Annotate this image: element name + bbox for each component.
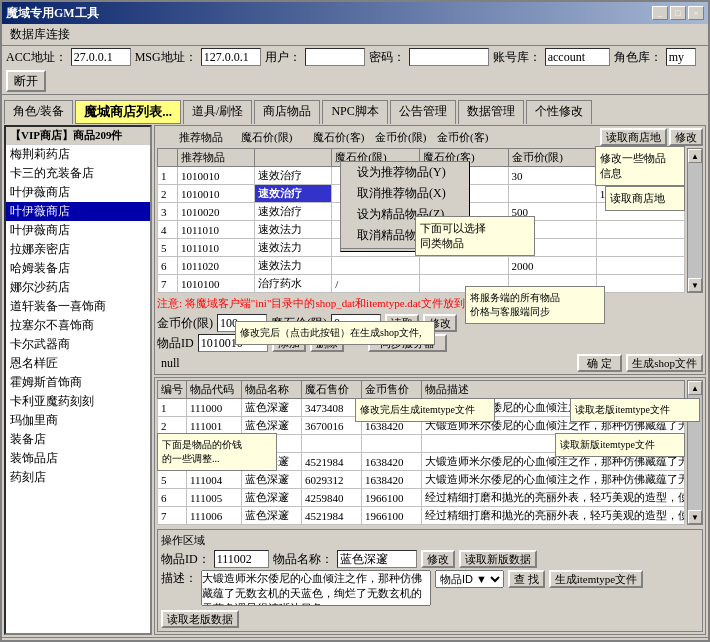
tooltip-price-adjust-text: 下面是物品的价钱的一些调整...: [162, 439, 242, 464]
op-modify-button[interactable]: 修改: [421, 550, 455, 568]
op-item-name-label: 物品名称：: [273, 551, 333, 568]
tab-shop-items[interactable]: 商店物品: [254, 100, 320, 124]
null-text: null: [161, 356, 180, 371]
modify-shop-button[interactable]: 修改: [669, 128, 703, 146]
col-code: 推荐物品: [179, 130, 239, 145]
db-input[interactable]: [545, 48, 610, 66]
shop-list-item[interactable]: 卡尔武器商: [6, 335, 150, 354]
tooltip-read-old-text: 读取老版itemtype文件: [575, 404, 670, 415]
context-menu-set-recommend[interactable]: 设为推荐物品(Y): [341, 162, 469, 183]
context-menu-cancel-recommend[interactable]: 取消推荐物品(X): [341, 183, 469, 204]
notice-text: 注意: 将魔域客户端"ini"目录中的shop_dat和itemtype.dat…: [157, 296, 703, 311]
user-label: 用户：: [265, 49, 301, 66]
shop-list-item[interactable]: 拉塞尔不喜饰商: [6, 316, 150, 335]
pwd-input[interactable]: [409, 48, 489, 66]
msg-label: MSG地址：: [135, 49, 197, 66]
close-button[interactable]: ×: [688, 6, 704, 20]
tooltip-gen-itemtype-text: 修改完后生成itemtype文件: [360, 404, 475, 415]
shop-list-item[interactable]: 恩名样匠: [6, 354, 150, 373]
shop-list-item[interactable]: 道轩装备一喜饰商: [6, 297, 150, 316]
operation-controls: 物品ID： 物品名称： 修改 读取新版数据: [161, 550, 699, 568]
shop-list-item[interactable]: 哈姆装备店: [6, 259, 150, 278]
shop-list-item[interactable]: 卡利亚魔药刻刻: [6, 392, 150, 411]
scroll-track: [688, 163, 702, 278]
op-generate-itemtype-button[interactable]: 生成itemtype文件: [549, 570, 644, 588]
tab-role-equipment[interactable]: 角色/装备: [4, 100, 73, 124]
tab-custom[interactable]: 个性修改: [526, 100, 592, 124]
bottom-table-row[interactable]: 6 111005 蓝色深邃 4259840 1966100 经过精细打磨和抛光的…: [158, 489, 685, 507]
th-row-num: 编号: [158, 381, 187, 399]
shop-list-scroll[interactable]: 梅荆莉药店 卡三的充装备店 叶伊薇商店 叶伊薇商店 叶伊薇商店 拉娜亲密店 哈姆…: [6, 145, 150, 633]
op-item-name-input[interactable]: [337, 550, 417, 568]
tab-shop-list[interactable]: 魔城商店列表...: [75, 100, 181, 124]
tab-items-spawn[interactable]: 道具/刷怪: [183, 100, 252, 124]
item-db-panel: 编号 物品代码 物品名称 魔石售价 金币售价 物品描述: [154, 377, 706, 635]
shop-list-item[interactable]: 卡三的充装备店: [6, 164, 150, 183]
window-title: 魔域专用GM工具: [6, 5, 99, 22]
tooltip-same-type: 下面可以选择同类物品: [415, 216, 535, 256]
bottom-table-row[interactable]: 5 111004 蓝色深邃 6029312 1638420 大锻造师米尔倭尼的心…: [158, 471, 685, 489]
user-input[interactable]: [305, 48, 365, 66]
gold-price-label: 金币价(限): [157, 315, 213, 332]
menu-bar: 数据库连接: [2, 24, 708, 46]
acc-input[interactable]: [71, 48, 131, 66]
product-panel: 推荐物品 魔石价(限) 魔石价(客) 金币价(限) 金币价(客) 读取商店地 修…: [154, 125, 706, 375]
tooltip-generate-text: 修改完后（点击此按钮）在生成shop文件,: [240, 327, 421, 338]
op-search-button[interactable]: 查 找: [508, 570, 545, 588]
tooltip-same-type-text: 下面可以选择同类物品: [420, 222, 486, 249]
product-table-scrollbar[interactable]: ▲ ▼: [687, 148, 703, 293]
db-label: 账号库：: [493, 49, 541, 66]
role-input[interactable]: [666, 48, 696, 66]
shop-list-item[interactable]: 叶伊薇商店: [6, 221, 150, 240]
tab-npc-script[interactable]: NPC脚本: [322, 100, 387, 124]
op-read-old-button[interactable]: 读取老版数据: [161, 610, 239, 628]
tooltip-read-shop-text: 读取商店地: [610, 192, 665, 204]
main-window: 魔域专用GM工具 _ □ × 数据库连接 ACC地址： MSG地址： 用户： 密…: [0, 0, 710, 642]
bottom-table-row[interactable]: 7 111006 蓝色深邃 4521984 1966100 经过精细打磨和抛光的…: [158, 507, 685, 525]
scroll-down-btn2[interactable]: ▼: [688, 510, 702, 524]
th-gold-limit: 金币价(限): [508, 149, 596, 167]
op-desc-label: 描述：: [161, 570, 197, 587]
shop-list-item[interactable]: 霍姆斯首饰商: [6, 373, 150, 392]
product-row[interactable]: 7 1010100 治疗药水 /: [158, 275, 685, 293]
product-row[interactable]: 6 1011020 速效法力 2000: [158, 257, 685, 275]
shop-list-item[interactable]: 娜尔沙药店: [6, 278, 150, 297]
op-item-id-input[interactable]: [214, 550, 269, 568]
th-code: 推荐物品: [178, 149, 255, 167]
msg-input[interactable]: [201, 48, 261, 66]
maximize-button[interactable]: □: [670, 6, 686, 20]
tab-data-mgmt[interactable]: 数据管理: [458, 100, 524, 124]
tooltip-modify-info-text: 修改一些物品信息: [600, 152, 666, 179]
connection-panel: ACC地址： MSG地址： 用户： 密码： 账号库： 角色库： 断开: [2, 46, 708, 95]
shop-list-item[interactable]: 梅荆莉药店: [6, 145, 150, 164]
shop-list-item[interactable]: 叶伊薇商店: [6, 202, 150, 221]
shop-list-item[interactable]: 拉娜亲密店: [6, 240, 150, 259]
generate-shop-button[interactable]: 生成shop文件: [626, 354, 703, 372]
tab-announcement[interactable]: 公告管理: [390, 100, 456, 124]
minimize-button[interactable]: _: [652, 6, 668, 20]
shop-list-item[interactable]: 药刻店: [6, 468, 150, 487]
status-bar: [2, 637, 708, 640]
op-read-new-button[interactable]: 读取新版数据: [459, 550, 537, 568]
window-controls: _ □ ×: [652, 6, 704, 20]
tooltip-read-new-text: 读取新版itemtype文件: [560, 439, 655, 450]
disconnect-button[interactable]: 断开: [6, 70, 46, 92]
read-shop-button[interactable]: 读取商店地: [600, 128, 667, 146]
content-wrapper: 【VIP商店】商品209件 梅荆莉药店 卡三的充装备店 叶伊薇商店 叶伊薇商店 …: [2, 123, 708, 637]
tooltip-read-shop: 读取商店地: [605, 186, 685, 211]
right-panel: 推荐物品 魔石价(限) 魔石价(客) 金币价(限) 金币价(客) 读取商店地 修…: [154, 125, 706, 635]
desc-controls: 描述： 大锻造师米尔倭尼的心血倾注之作，那种仿佛藏蕴了无数玄机的天蓝色，绚烂了无…: [161, 570, 699, 628]
op-desc-textarea[interactable]: 大锻造师米尔倭尼的心血倾注之作，那种仿佛藏蕴了无数玄机的天蓝色，绚烂了无数玄机的…: [201, 570, 431, 606]
shop-list-item[interactable]: 玛伽里商: [6, 411, 150, 430]
shop-list-item[interactable]: 叶伊薇商店: [6, 183, 150, 202]
shop-list-item[interactable]: 装饰品店: [6, 449, 150, 468]
menu-database[interactable]: 数据库连接: [4, 25, 76, 44]
shop-list-item[interactable]: 装备店: [6, 430, 150, 449]
confirm-button[interactable]: 确 定: [577, 354, 622, 372]
null-confirm-controls: null 确 定 生成shop文件: [157, 354, 703, 372]
op-sort-select[interactable]: 物品ID ▼: [435, 570, 504, 588]
scroll-down-button[interactable]: ▼: [688, 278, 702, 292]
scroll-up-button[interactable]: ▲: [688, 149, 702, 163]
tooltip-generate: 修改完后（点击此按钮）在生成shop文件,: [235, 321, 435, 345]
scroll-up-btn2[interactable]: ▲: [688, 381, 702, 395]
